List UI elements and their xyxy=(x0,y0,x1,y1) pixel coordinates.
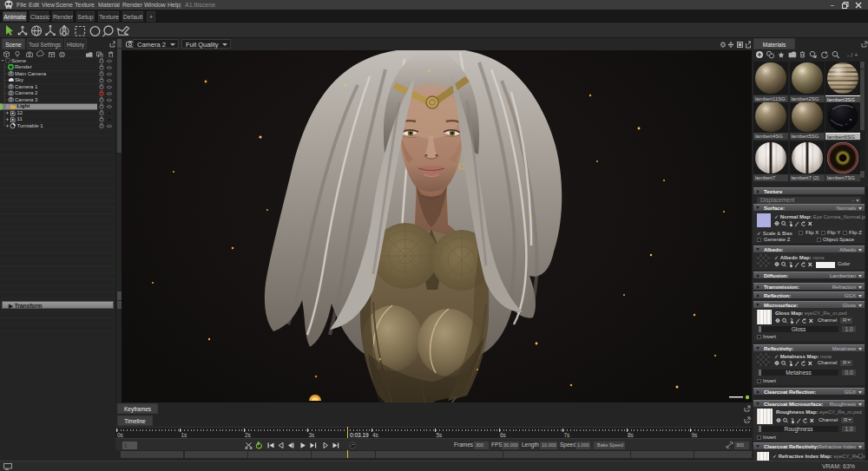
svg-text:- / +: - / + xyxy=(847,52,858,58)
